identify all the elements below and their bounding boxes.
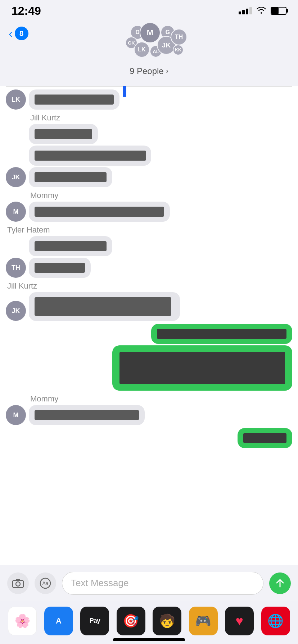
sender-label: Jill Kurtz — [30, 113, 292, 123]
dock-app-heart[interactable]: ♥ — [225, 607, 254, 635]
dock-app-appstore[interactable]: A — [44, 607, 73, 635]
text-message-input[interactable]: Text Message — [62, 572, 263, 595]
redacted-content — [119, 352, 285, 384]
people-chevron-icon: › — [166, 66, 168, 76]
app-dock: 🌸 A Pay 🎯 🧒 🎮 ♥ 🌐 — [0, 601, 298, 644]
avatar-th: TH — [171, 29, 187, 45]
avatar: M — [6, 405, 26, 425]
group-people-count[interactable]: 9 People › — [130, 66, 168, 76]
message-bubble[interactable] — [151, 324, 292, 344]
dock-app-game[interactable]: 🎮 — [189, 607, 218, 635]
message-row — [6, 146, 292, 166]
messages-divider — [6, 86, 292, 87]
message-row: JK — [6, 292, 292, 321]
send-button[interactable] — [269, 572, 291, 594]
message-bubble[interactable] — [238, 428, 292, 448]
redacted-content — [35, 297, 171, 316]
avatar: JK — [6, 301, 26, 321]
message-row — [6, 236, 292, 256]
group-avatar-cluster[interactable]: D M G GK LK AL JK TH KK — [109, 25, 189, 65]
message-bubble[interactable] — [29, 202, 170, 222]
message-row — [6, 324, 292, 344]
message-bubble[interactable] — [29, 167, 112, 187]
message-row: LK — [6, 89, 292, 110]
message-row — [6, 428, 292, 448]
avatar-m: M — [140, 22, 161, 43]
status-bar: 12:49 — [0, 0, 298, 22]
wifi-icon — [256, 6, 266, 16]
message-bubble[interactable] — [29, 124, 98, 144]
svg-point-3 — [16, 582, 20, 586]
redacted-content — [35, 151, 146, 161]
message-bubble[interactable] — [29, 236, 112, 256]
back-button[interactable]: ‹ 8 — [9, 27, 28, 40]
conversation-header: ‹ 8 D M G GK LK AL JK TH KK 9 People › — [0, 22, 298, 86]
message-row: TH — [6, 258, 292, 278]
signal-bars-icon — [239, 7, 252, 14]
message-bubble[interactable] — [29, 258, 91, 278]
redacted-content — [35, 129, 92, 139]
message-row: M — [6, 202, 292, 222]
svg-rect-4 — [16, 579, 20, 581]
sender-label: Mommy — [30, 394, 292, 404]
avatar: TH — [6, 258, 26, 278]
message-bubble[interactable] — [29, 89, 119, 110]
status-time: 12:49 — [12, 4, 41, 18]
redacted-content — [157, 329, 286, 339]
svg-text:Aa: Aa — [42, 580, 48, 586]
redacted-content — [35, 410, 139, 420]
avatar-kk: KK — [173, 45, 184, 55]
message-bubble[interactable] — [29, 146, 151, 166]
camera-button[interactable] — [7, 572, 29, 594]
battery-icon — [271, 7, 286, 15]
avatar-lk: LK — [134, 42, 150, 58]
redacted-content — [35, 95, 114, 105]
message-row — [6, 345, 292, 391]
input-placeholder: Text Message — [71, 578, 128, 589]
blue-arrow-annotation — [117, 86, 132, 104]
dock-app-fitness[interactable]: 🎯 — [117, 607, 145, 635]
svg-text:A: A — [56, 616, 62, 625]
redacted-content — [35, 172, 107, 182]
message-row: M — [6, 405, 292, 425]
back-chevron-icon: ‹ — [9, 27, 13, 40]
apps-button[interactable]: Aa — [35, 572, 56, 594]
status-icons — [239, 6, 286, 16]
redacted-content — [35, 207, 164, 217]
back-badge-count: 8 — [15, 27, 28, 40]
sender-label: Jill Kurtz — [7, 281, 292, 291]
message-bubble[interactable] — [29, 405, 145, 425]
message-row — [6, 124, 292, 144]
avatar: M — [6, 202, 26, 222]
redacted-content — [35, 263, 85, 273]
avatar: JK — [6, 167, 26, 187]
dock-app-memoji[interactable]: 🧒 — [153, 607, 181, 635]
message-row: JK — [6, 167, 292, 187]
dock-app-globe[interactable]: 🌐 — [261, 607, 290, 635]
dock-app-photos[interactable]: 🌸 — [8, 607, 37, 635]
redacted-content — [35, 241, 107, 251]
message-bubble[interactable] — [112, 345, 292, 391]
dock-app-applepay[interactable]: Pay — [80, 607, 109, 635]
message-bubble[interactable] — [29, 292, 180, 321]
messages-area: LK Jill Kurtz JK Mommy M — [0, 86, 298, 565]
redacted-content — [243, 433, 286, 443]
input-bar: Aa Text Message — [0, 565, 298, 601]
avatar: LK — [6, 89, 26, 110]
sender-label: Mommy — [30, 191, 292, 200]
sender-label: Tyler Hatem — [7, 225, 292, 235]
home-indicator — [113, 638, 185, 641]
